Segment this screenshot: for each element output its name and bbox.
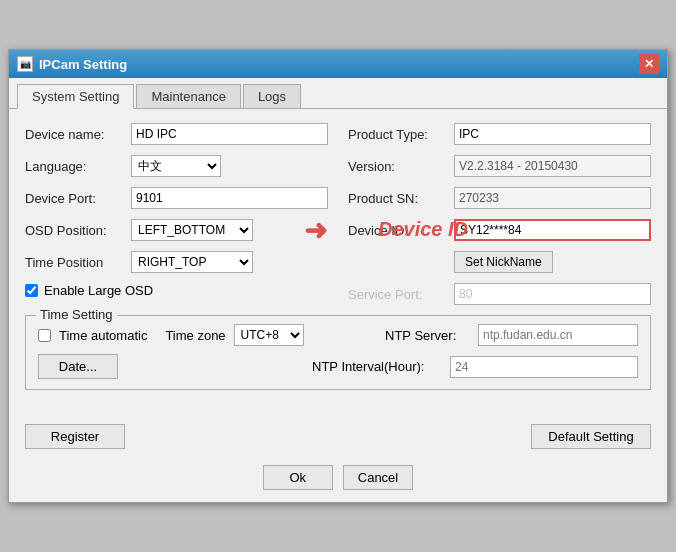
device-port-label: Device Port: (25, 191, 125, 206)
device-name-row: Device name: (25, 123, 328, 145)
footer-buttons: Register Default Setting (9, 416, 667, 459)
title-bar: 📷 IPCam Setting ✕ (9, 50, 667, 78)
service-port-label: Service Port: (348, 287, 448, 302)
version-input (454, 155, 651, 177)
device-id-label: Device ID: (348, 223, 448, 238)
ok-button[interactable]: Ok (263, 465, 333, 490)
tab-logs[interactable]: Logs (243, 84, 301, 108)
right-column: Product Type: Version: Product SN: Devic… (348, 123, 651, 315)
language-label: Language: (25, 159, 125, 174)
close-button[interactable]: ✕ (639, 54, 659, 74)
service-port-input[interactable] (454, 283, 651, 305)
language-row: Language: 中文 English (25, 155, 328, 177)
device-port-row: Device Port: (25, 187, 328, 209)
product-type-row: Product Type: (348, 123, 651, 145)
cam-icon: 📷 (17, 56, 33, 72)
device-id-row: Device ID: ➜ (348, 219, 651, 241)
left-column: Device name: Language: 中文 English Device… (25, 123, 328, 315)
product-type-label: Product Type: (348, 127, 448, 142)
time-zone-select[interactable]: UTC+8 UTC+7 UTC+9 UTC+0 (234, 324, 304, 346)
product-sn-input (454, 187, 651, 209)
enable-large-osd-label: Enable Large OSD (44, 283, 153, 298)
enable-large-osd-row: Enable Large OSD (25, 283, 328, 298)
version-row: Version: (348, 155, 651, 177)
osd-position-row: OSD Position: LEFT_BOTTOM LEFT_TOP RIGHT… (25, 219, 328, 241)
service-port-row: Service Port: (348, 283, 651, 305)
set-nickname-row: Set NickName (348, 251, 651, 273)
osd-position-label: OSD Position: (25, 223, 125, 238)
device-name-label: Device name: (25, 127, 125, 142)
dialog-buttons: Ok Cancel (9, 459, 667, 502)
version-label: Version: (348, 159, 448, 174)
time-auto-label: Time automatic (59, 328, 147, 343)
form-grid: Device name: Language: 中文 English Device… (25, 123, 651, 315)
title-bar-left: 📷 IPCam Setting (17, 56, 127, 72)
tab-maintenance[interactable]: Maintenance (136, 84, 240, 108)
device-id-input[interactable] (454, 219, 651, 241)
product-sn-label: Product SN: (348, 191, 448, 206)
ntp-server-label: NTP Server: (385, 328, 470, 343)
device-port-input[interactable] (131, 187, 328, 209)
time-position-select[interactable]: RIGHT_TOP RIGHT_BOTTOM LEFT_TOP LEFT_BOT… (131, 251, 253, 273)
time-position-row: Time Position RIGHT_TOP RIGHT_BOTTOM LEF… (25, 251, 328, 273)
product-sn-row: Product SN: (348, 187, 651, 209)
product-type-input[interactable] (454, 123, 651, 145)
time-zone-label: Time zone (165, 328, 225, 343)
osd-position-select[interactable]: LEFT_BOTTOM LEFT_TOP RIGHT_BOTTOM RIGHT_… (131, 219, 253, 241)
language-select[interactable]: 中文 English (131, 155, 221, 177)
date-ntp-row: Date... NTP Interval(Hour): (38, 354, 638, 379)
ntp-server-input[interactable] (478, 324, 638, 346)
enable-large-osd-checkbox[interactable] (25, 284, 38, 297)
main-window: 📷 IPCam Setting ✕ System Setting Mainten… (8, 49, 668, 503)
register-button[interactable]: Register (25, 424, 125, 449)
cancel-button[interactable]: Cancel (343, 465, 413, 490)
ntp-interval-label: NTP Interval(Hour): (312, 359, 442, 374)
ntp-interval-input[interactable] (450, 356, 638, 378)
device-name-input[interactable] (131, 123, 328, 145)
default-setting-button[interactable]: Default Setting (531, 424, 651, 449)
time-auto-row: Time automatic Time zone UTC+8 UTC+7 UTC… (38, 324, 638, 346)
time-auto-checkbox[interactable] (38, 329, 51, 342)
time-position-label: Time Position (25, 255, 125, 270)
time-setting-group: Time Setting Time automatic Time zone UT… (25, 315, 651, 390)
tab-bar: System Setting Maintenance Logs (9, 78, 667, 109)
tab-system-setting[interactable]: System Setting (17, 84, 134, 109)
window-title: IPCam Setting (39, 57, 127, 72)
time-setting-title: Time Setting (36, 307, 117, 322)
date-button[interactable]: Date... (38, 354, 118, 379)
set-nickname-button[interactable]: Set NickName (454, 251, 553, 273)
main-content: Device name: Language: 中文 English Device… (9, 109, 667, 416)
